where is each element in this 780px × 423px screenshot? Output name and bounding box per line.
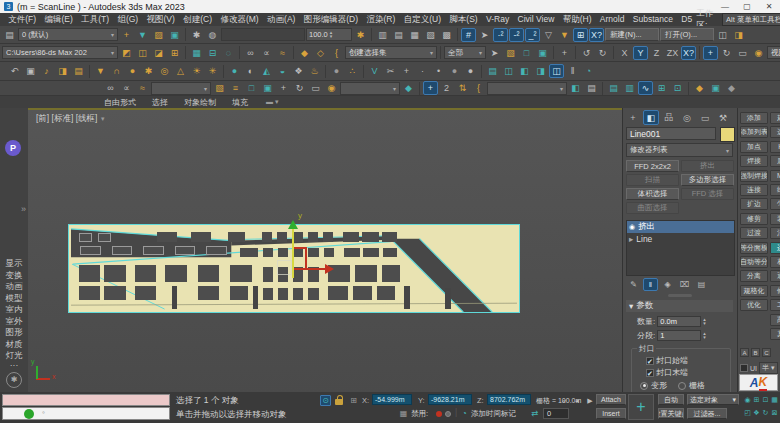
object-color-swatch[interactable] bbox=[720, 127, 735, 142]
save-icon[interactable]: ◫ bbox=[715, 28, 730, 42]
target-light-icon[interactable]: ◎ bbox=[157, 64, 172, 78]
insert-button[interactable]: Insert bbox=[596, 408, 626, 419]
zoom-region-icon[interactable]: ◰ bbox=[743, 407, 752, 418]
amount-field[interactable]: 0.0m bbox=[657, 316, 701, 327]
new-scene-button[interactable]: 新建(N)... bbox=[605, 28, 659, 41]
mini-dropdown-b[interactable]: ▾ bbox=[340, 82, 400, 95]
hierarchy-tab[interactable]: 品 bbox=[661, 110, 677, 125]
move-icon[interactable]: + bbox=[557, 46, 572, 60]
rect-region-icon[interactable]: □ bbox=[519, 46, 534, 60]
brace-icon[interactable]: { bbox=[329, 46, 344, 60]
cone-edit-icon[interactable]: ▽ bbox=[541, 28, 556, 42]
menu-item[interactable]: 脚本(S) bbox=[445, 14, 482, 26]
hand-icon[interactable]: ❖ bbox=[291, 64, 306, 78]
morph-radio[interactable] bbox=[640, 382, 648, 390]
modify-tab[interactable]: ◧ bbox=[643, 110, 659, 125]
plugin-button[interactable]: 过渡 bbox=[740, 227, 768, 239]
sidebar-tab-0[interactable]: 显示 bbox=[0, 258, 28, 269]
scene-explorer-icon[interactable]: ▤ bbox=[606, 81, 621, 95]
ak-plugin-logo[interactable]: A K bbox=[739, 374, 778, 391]
dots-cluster-icon[interactable]: ∴ bbox=[345, 64, 360, 78]
selection-lock-icon[interactable] bbox=[335, 399, 343, 405]
plugin-button[interactable]: 运行 bbox=[770, 242, 780, 254]
container-open-icon[interactable]: ▤ bbox=[391, 28, 406, 42]
crossing2-icon[interactable]: ▣ bbox=[260, 81, 275, 95]
hide-layer-icon[interactable]: ◍ bbox=[205, 28, 220, 42]
dope-sheet-icon[interactable]: ◧ bbox=[517, 64, 532, 78]
menu-item[interactable]: V-Ray bbox=[482, 14, 514, 26]
plugin-button[interactable]: 优化 bbox=[740, 299, 768, 311]
save-state-icon[interactable]: ◫ bbox=[549, 64, 564, 78]
sidebar-gear-icon[interactable]: ✱ bbox=[6, 372, 22, 388]
ribbon-tab[interactable]: 对象绘制 bbox=[184, 97, 216, 108]
snap-05-icon[interactable]: ·² bbox=[493, 28, 508, 42]
bind-spacewarp-icon[interactable]: ≈ bbox=[275, 46, 290, 60]
render-setup-icon[interactable]: ⊡ bbox=[670, 81, 685, 95]
motion-tab[interactable]: ◎ bbox=[679, 110, 695, 125]
zoom-extents-all-icon[interactable]: ▦ bbox=[770, 394, 779, 405]
ribbon-tab[interactable]: 选择 bbox=[152, 97, 168, 108]
brace2-icon[interactable]: { bbox=[471, 81, 486, 95]
mini-dropdown-c[interactable]: ▾ bbox=[487, 82, 567, 95]
film-icon[interactable]: ▤ bbox=[71, 64, 86, 78]
snap-2-icon[interactable]: -² bbox=[509, 28, 524, 42]
add-selection-to-layer-icon[interactable]: ▼ bbox=[135, 28, 150, 42]
cursor-snap-icon[interactable]: ➤ bbox=[477, 28, 492, 42]
modifier-set-button[interactable]: 体积选择 bbox=[626, 188, 679, 200]
reference-coordinate-dropdown[interactable]: 视图▾ bbox=[767, 46, 780, 59]
snap-25-toggle-icon[interactable]: 2 bbox=[439, 81, 454, 95]
auto-key-button[interactable]: 自动 bbox=[658, 394, 684, 405]
axis-xy-button[interactable]: X? bbox=[681, 46, 696, 60]
utilities-tab[interactable]: ⚒ bbox=[715, 110, 731, 125]
modifier-list-dropdown[interactable]: 修改器列表 ▾ bbox=[626, 143, 733, 157]
schematic-view-icon[interactable]: ⊞ bbox=[654, 81, 669, 95]
menu-item[interactable]: 动画(A) bbox=[263, 14, 300, 26]
select-layer-objects-icon[interactable]: ▨ bbox=[151, 28, 166, 42]
project-path-dropdown[interactable]: C:\Users\86-ds Max 202▾ bbox=[2, 46, 118, 59]
mini-dropdown-a[interactable]: ▾ bbox=[151, 82, 211, 95]
selection-set-dropdown[interactable]: 创建选择集▾ bbox=[345, 46, 437, 59]
plugin-button[interactable]: 加点 bbox=[740, 141, 768, 153]
pin-stack-icon[interactable]: ✎ bbox=[626, 278, 641, 291]
snap-x-icon[interactable]: X? bbox=[589, 28, 604, 42]
save-increment-icon[interactable]: ◨ bbox=[731, 28, 746, 42]
stack-item[interactable]: ▸Line bbox=[627, 233, 734, 245]
absolute-offset-icon[interactable]: ⊞ bbox=[348, 395, 359, 406]
vray-icon[interactable]: V bbox=[367, 64, 382, 78]
material-sphere-icon[interactable]: ● bbox=[227, 64, 242, 78]
sun-light-icon[interactable]: ☀ bbox=[189, 64, 204, 78]
sidebar-tab-5[interactable]: 室外 bbox=[0, 316, 28, 327]
stack-item[interactable]: ◉挤出 bbox=[627, 221, 734, 233]
workspace-dropdown[interactable]: Alt 菜单和工具栏 ▾ bbox=[722, 13, 780, 26]
set-current-layer-icon[interactable]: ▣ bbox=[167, 28, 182, 42]
menu-item[interactable]: 文件(F) bbox=[4, 14, 40, 26]
sidebar-tab-3[interactable]: 模型 bbox=[0, 293, 28, 304]
spot-light-icon[interactable]: ▼ bbox=[93, 64, 108, 78]
unlink2-icon[interactable]: ∝ bbox=[119, 81, 134, 95]
layer-explorer-icon[interactable]: ▤ bbox=[2, 28, 17, 42]
named-selection-field[interactable] bbox=[221, 28, 305, 41]
z-coord-field[interactable]: 8702.762m bbox=[487, 394, 531, 405]
sidebar-more[interactable]: ··· bbox=[0, 360, 28, 371]
percent-spinner[interactable]: 100.0▴▾ bbox=[306, 28, 352, 41]
save-plus-icon[interactable]: ⊞ bbox=[167, 46, 182, 60]
move-boxed-icon[interactable]: + bbox=[423, 81, 438, 95]
menu-item[interactable]: 渲染(R) bbox=[362, 14, 399, 26]
zoom-icon[interactable]: ◉ bbox=[743, 394, 752, 405]
axis-zx-button[interactable]: ZX bbox=[665, 46, 680, 60]
key-filters-button[interactable]: 过滤器... bbox=[687, 408, 727, 419]
bind2-icon[interactable]: ≈ bbox=[135, 81, 150, 95]
isolate-selection-icon[interactable]: ⊙ bbox=[320, 395, 331, 406]
pause-icon[interactable]: ‖ bbox=[565, 64, 580, 78]
panel-divider[interactable] bbox=[668, 294, 692, 297]
plugin-button[interactable]: 焊接 bbox=[740, 155, 768, 167]
plugin-button[interactable]: 修剪 bbox=[740, 213, 768, 225]
zoom-all-icon[interactable]: ⊞ bbox=[752, 394, 761, 405]
gizmo-y-axis[interactable] bbox=[292, 228, 294, 278]
plugin-tab-A[interactable]: A bbox=[740, 348, 749, 357]
unlink-icon[interactable]: ∝ bbox=[259, 46, 274, 60]
plugin-ui-dropdown[interactable]: 半 ▾ bbox=[759, 362, 778, 374]
plugin-button[interactable]: 强制焊接 bbox=[740, 170, 768, 182]
select-move-icon[interactable]: + bbox=[703, 46, 718, 60]
container-close-icon[interactable]: ▦ bbox=[407, 28, 422, 42]
